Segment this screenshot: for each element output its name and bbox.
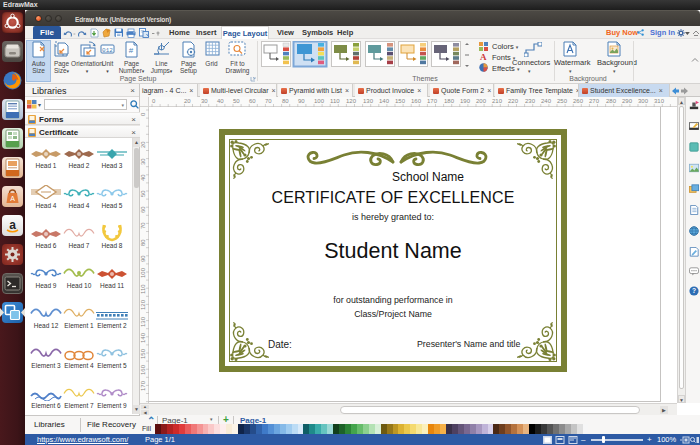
svg-text:?: ?: [692, 287, 696, 294]
svg-text:012: 012: [102, 47, 113, 54]
svg-text:A: A: [10, 195, 15, 202]
svg-text:a: a: [9, 218, 16, 232]
svg-text:#: #: [129, 46, 134, 55]
